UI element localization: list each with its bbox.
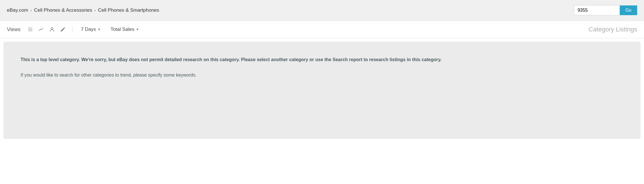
svg-rect-1	[28, 29, 32, 30]
views-label: Views	[7, 27, 21, 33]
svg-rect-0	[28, 28, 32, 28]
sales-dropdown-arrow: ▼	[136, 27, 139, 31]
sales-dropdown[interactable]: Total Sales ▼	[108, 25, 142, 33]
svg-rect-2	[28, 31, 32, 31]
breadcrumb-item-smartphones[interactable]: Cell Phones & Smartphones	[98, 7, 159, 13]
breadcrumb-separator-1: ›	[30, 8, 32, 13]
breadcrumb-input-group: 9355 Go	[574, 5, 637, 15]
edit-icon[interactable]	[60, 27, 66, 32]
breadcrumb: eBay.com › Cell Phones & Accessories › C…	[7, 7, 159, 13]
days-dropdown[interactable]: 7 Days ▼	[79, 25, 103, 33]
toolbar-left: Views	[7, 25, 142, 33]
days-dropdown-arrow: ▼	[98, 27, 101, 31]
error-bold-message: This is a top level category. We're sorr…	[21, 56, 623, 63]
main-content: This is a top level category. We're sorr…	[3, 42, 641, 139]
days-dropdown-label: 7 Days	[81, 27, 96, 32]
error-normal-message: If you would like to search for other ca…	[21, 71, 623, 79]
breadcrumb-item-ebay[interactable]: eBay.com	[7, 7, 28, 13]
svg-point-3	[51, 27, 53, 29]
sales-dropdown-label: Total Sales	[111, 27, 134, 32]
category-listings-label: Category Listings	[589, 26, 637, 33]
user-icon[interactable]	[49, 27, 55, 32]
breadcrumb-separator-2: ›	[94, 8, 96, 13]
category-id-input[interactable]: 9355	[574, 5, 620, 15]
breadcrumb-bar: eBay.com › Cell Phones & Accessories › C…	[0, 0, 644, 21]
breadcrumb-item-accessories[interactable]: Cell Phones & Accessories	[34, 7, 92, 13]
list-view-icon[interactable]	[27, 27, 33, 32]
go-button[interactable]: Go	[620, 5, 637, 15]
toolbar-divider	[72, 26, 72, 33]
toolbar-bar: Views	[0, 21, 644, 38]
chart-icon[interactable]	[38, 27, 44, 32]
